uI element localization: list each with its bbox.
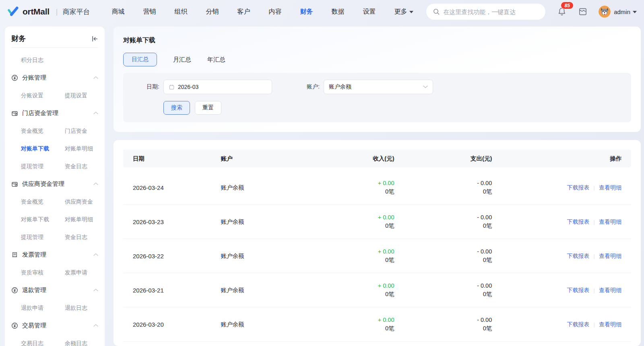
tab-yearly-summary[interactable]: 年汇总 xyxy=(207,56,225,64)
sidebar-item[interactable]: 交易日志 xyxy=(11,334,55,346)
link-divider: | xyxy=(594,321,595,327)
sidebar-item[interactable]: 提现设置 xyxy=(55,86,98,104)
download-report-link[interactable]: 下载报表 xyxy=(567,253,590,259)
sidebar-item[interactable]: 供应商资金 xyxy=(55,193,98,210)
store-funds-icon xyxy=(11,110,18,117)
nav-item-settings[interactable]: 设置 xyxy=(363,8,376,16)
row-expense: - 0.00 0笔 xyxy=(394,247,492,264)
sidebar-item[interactable]: 分账设置 xyxy=(11,86,55,104)
sidebar-group-transaction[interactable]: 交易管理 xyxy=(11,317,98,334)
user-avatar[interactable] xyxy=(599,6,611,18)
download-report-link[interactable]: 下载报表 xyxy=(567,184,590,191)
storefront-icon[interactable] xyxy=(578,6,588,17)
nav-item-content[interactable]: 内容 xyxy=(268,8,281,16)
nav-item-organization[interactable]: 组织 xyxy=(174,8,187,16)
row-account: 账户余额 xyxy=(221,218,319,226)
view-detail-link[interactable]: 查看明细 xyxy=(599,321,621,327)
nav-item-finance[interactable]: 财务 xyxy=(300,8,313,16)
brand-logo[interactable]: ortMall | 商家平台 xyxy=(7,6,90,17)
sidebar-item[interactable]: 对账单明细 xyxy=(55,210,98,228)
nav-item-mall[interactable]: 商城 xyxy=(111,8,124,16)
view-detail-link[interactable]: 查看明细 xyxy=(599,253,621,259)
notification-bell[interactable]: 85 xyxy=(557,6,567,17)
table-header: 日期 账户 收入(元) 支出(元) 操作 xyxy=(123,150,631,167)
download-report-link[interactable]: 下载报表 xyxy=(567,218,590,225)
row-income: + 0.00 0笔 xyxy=(318,179,394,196)
sidebar-group-items: 交易日志 余额日志 xyxy=(11,334,98,346)
collapse-sidebar-icon[interactable] xyxy=(91,35,98,42)
sidebar-item[interactable]: 资金概览 xyxy=(11,122,55,140)
sidebar-group-items: 分账设置 提现设置 xyxy=(11,86,98,104)
income-count: 0笔 xyxy=(318,324,394,333)
sidebar-group-refund[interactable]: 退款管理 xyxy=(11,281,98,299)
expense-count: 0笔 xyxy=(394,290,492,299)
sidebar-item[interactable]: 资金日志 xyxy=(55,157,98,175)
nav-item-marketing[interactable]: 营销 xyxy=(143,8,156,16)
row-expense: - 0.00 0笔 xyxy=(394,179,492,196)
view-detail-link[interactable]: 查看明细 xyxy=(599,218,621,225)
sidebar-group-invoice[interactable]: 发票管理 xyxy=(11,246,98,264)
date-picker[interactable]: 2026-03 xyxy=(163,80,272,94)
search-icon xyxy=(433,8,440,15)
user-menu[interactable]: admin xyxy=(614,8,637,15)
sidebar-item[interactable]: 提现管理 xyxy=(11,157,55,175)
sidebar-item[interactable]: 资质审核 xyxy=(11,264,55,281)
table-row: 2026-03-22 账户余额 + 0.00 0笔 - 0.00 0笔 下载报表… xyxy=(123,239,631,273)
invoice-icon xyxy=(11,251,18,258)
sidebar-group-store-funds[interactable]: 门店资金管理 xyxy=(11,104,98,122)
sidebar-item[interactable]: 门店资金 xyxy=(55,122,98,140)
sidebar-item[interactable]: 资金概览 xyxy=(11,193,55,210)
global-search[interactable] xyxy=(426,4,545,20)
view-detail-link[interactable]: 查看明细 xyxy=(599,287,621,293)
link-divider: | xyxy=(594,287,595,293)
group-title: 供应商资金管理 xyxy=(22,180,64,188)
sidebar-item[interactable]: 资金日志 xyxy=(55,228,98,246)
sidebar-item-points-log[interactable]: 积分日志 xyxy=(11,51,98,69)
income-amount: + 0.00 xyxy=(318,179,394,187)
sidebar-item[interactable]: 提现管理 xyxy=(11,228,55,246)
nav-more-menu[interactable]: 更多 xyxy=(394,8,413,16)
download-report-link[interactable]: 下载报表 xyxy=(567,287,590,293)
tab-daily-summary[interactable]: 日汇总 xyxy=(123,53,157,66)
row-expense: - 0.00 0笔 xyxy=(394,213,492,230)
nav-item-customer[interactable]: 客户 xyxy=(237,8,250,16)
view-detail-link[interactable]: 查看明细 xyxy=(599,184,621,191)
sidebar-item[interactable]: 对账单下载 xyxy=(11,210,55,228)
search-input[interactable] xyxy=(443,8,539,15)
sidebar-item[interactable]: 对账单明细 xyxy=(55,140,98,157)
sidebar-item[interactable]: 余额日志 xyxy=(55,334,98,346)
sidebar-group-supplier-funds[interactable]: 供应商资金管理 xyxy=(11,175,98,193)
reset-button[interactable]: 重置 xyxy=(195,101,221,115)
sidebar-group-items: 资金概览 门店资金 对账单下载 对账单明细 提现管理 资金日志 xyxy=(11,122,98,175)
income-count: 0笔 xyxy=(318,290,394,299)
sidebar-group-split-ledger[interactable]: 分账管理 xyxy=(11,69,98,86)
account-value: 账户余额 xyxy=(329,83,423,91)
sidebar-divider xyxy=(11,47,98,48)
sidebar-item-statement-download-active[interactable]: 对账单下载 xyxy=(11,140,55,157)
row-actions: 下载报表|查看明细 xyxy=(492,321,621,328)
statement-table-panel: 日期 账户 收入(元) 支出(元) 操作 2026-03-24 账户余额 + 0… xyxy=(114,140,641,346)
download-report-link[interactable]: 下载报表 xyxy=(567,321,590,327)
app-screen: ortMall | 商家平台 商城 营销 组织 分销 客户 内容 财务 数据 设… xyxy=(0,0,644,346)
account-select[interactable]: 账户余额 xyxy=(324,80,433,94)
col-income: 收入(元) xyxy=(318,155,394,163)
navbar-right: 85 xyxy=(426,4,637,20)
group-title: 门店资金管理 xyxy=(22,109,58,117)
sidebar-item[interactable]: 退款申请 xyxy=(11,299,55,317)
income-amount: + 0.00 xyxy=(318,213,394,222)
search-button[interactable]: 搜索 xyxy=(163,101,190,115)
row-actions: 下载报表|查看明细 xyxy=(492,184,621,192)
chevron-up-icon xyxy=(93,253,98,256)
nav-item-distribution[interactable]: 分销 xyxy=(206,8,219,16)
chevron-up-icon xyxy=(93,182,98,185)
sidebar-item[interactable]: 退款日志 xyxy=(55,299,98,317)
expense-amount: - 0.00 xyxy=(394,282,492,290)
income-count: 0笔 xyxy=(318,222,394,230)
date-value: 2026-03 xyxy=(178,84,198,90)
brand-separator: | xyxy=(56,8,58,16)
sidebar-item[interactable]: 发票申请 xyxy=(55,264,98,281)
income-count: 0笔 xyxy=(318,187,394,196)
row-date: 2026-03-21 xyxy=(133,287,221,294)
tab-monthly-summary[interactable]: 月汇总 xyxy=(173,56,191,64)
nav-item-data[interactable]: 数据 xyxy=(331,8,344,16)
